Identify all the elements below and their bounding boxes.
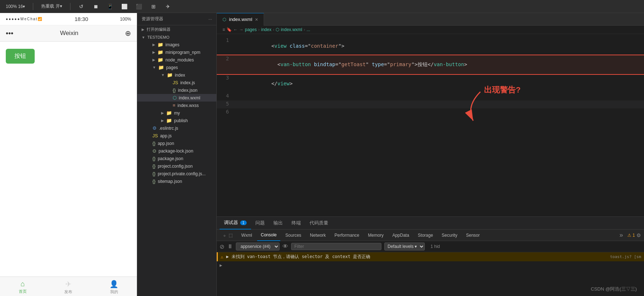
file-name-project-private: project.private.config.js... <box>158 171 206 176</box>
phone-demo-button[interactable]: 按钮 <box>6 49 35 64</box>
console-filter-input[interactable] <box>291 243 381 250</box>
grid-button[interactable]: ⊞ <box>148 3 159 10</box>
console-clear-button[interactable]: ⊘ <box>220 243 224 250</box>
file-item-images[interactable]: ▶ 📁 images <box>137 41 216 48</box>
devtools-tab-security[interactable]: Security <box>438 229 461 241</box>
breadcrumb-back-button[interactable]: ← <box>233 27 238 32</box>
js-icon: JS <box>173 80 178 85</box>
breadcrumb-forward-button[interactable]: → <box>239 27 243 32</box>
devtools-tab-storage[interactable]: Storage <box>414 229 437 241</box>
console-arrow-row: ▶ <box>217 261 644 269</box>
upload-button[interactable]: ✈ <box>163 3 173 10</box>
console-eye-button[interactable]: 👁 <box>282 243 288 250</box>
devtools-appdata-label: AppData <box>392 233 409 238</box>
devtools-more-button[interactable]: » <box>619 231 623 239</box>
code-editor[interactable]: 1 <view class="container"> 2 <van-button… <box>217 34 644 216</box>
devtools-tab-appdata[interactable]: AppData <box>389 229 413 241</box>
phone-search-icon[interactable]: ⊕ <box>125 29 131 38</box>
file-item-miniprogram-npm[interactable]: ▶ 📁 miniprogram_npm <box>137 48 216 56</box>
tab-index-wxml[interactable]: ⬡ index.wxml × <box>217 13 264 26</box>
file-item-package-json[interactable]: {} package.json <box>137 155 216 162</box>
editor-breadcrumb: ≡ 🔖 ← → pages › index › ⬡ index.wxml › .… <box>217 26 644 34</box>
breadcrumb-file[interactable]: index.wxml <box>281 27 302 32</box>
code-line-2: 2 <van-button bindtap="getToast" type="p… <box>217 55 644 74</box>
reload-button[interactable]: ↺ <box>76 3 86 10</box>
layout-button-1[interactable]: ⬜ <box>120 3 130 10</box>
tab-problems[interactable]: 问题 <box>251 217 269 229</box>
file-name-project-config: project.config.json <box>158 164 193 169</box>
line-content-1: <view class="container"> <box>235 37 644 55</box>
tab-terminal[interactable]: 终端 <box>287 217 305 229</box>
console-level-select[interactable]: Default levels ▾ <box>384 243 425 250</box>
devtools-tab-sources[interactable]: Sources <box>282 229 305 241</box>
phone-nav-home[interactable]: ⌂ 首页 <box>0 280 46 295</box>
phone-nav-publish[interactable]: ✈ 发布 <box>46 280 91 295</box>
eslint-icon: ⚙ <box>152 125 157 131</box>
device-button[interactable]: 📱 <box>105 3 115 10</box>
home-icon: ⌂ <box>21 280 25 288</box>
zoom-control[interactable]: 100% 16▾ <box>4 3 27 10</box>
tab-debugger[interactable]: 调试器 1 <box>220 217 251 229</box>
warning-message-text: ▶ 未找到 van-toast 节点，请确认 selector 及 contex… <box>226 254 607 260</box>
json-icon-pkg: {} <box>152 156 156 161</box>
grid-icon: ⊞ <box>151 4 156 9</box>
phone-navigation: ⌂ 首页 ✈ 发布 👤 我的 <box>0 276 137 296</box>
breadcrumb-sep-1: › <box>258 27 260 32</box>
project-section[interactable]: ▼ TESTDEMO <box>137 34 216 41</box>
open-editors-section[interactable]: ▶ 打开的编辑器 <box>137 25 216 34</box>
file-item-project-private[interactable]: {} project.private.config.js... <box>137 170 216 177</box>
phone-back-icon[interactable]: ••• <box>6 29 13 38</box>
file-item-publish[interactable]: ▶ 📁 publish <box>137 117 216 124</box>
upload-icon: ✈ <box>165 4 171 9</box>
breadcrumb-more[interactable]: ... <box>307 27 310 32</box>
json-icon-sitemap: {} <box>152 179 156 184</box>
folder-icon: 📁 <box>157 42 163 47</box>
line-number-1: 1 <box>217 37 235 43</box>
file-item-index-json[interactable]: {} index.json <box>137 86 216 94</box>
stop-button[interactable]: ⏹ <box>91 3 101 10</box>
js-icon-app: JS <box>152 133 158 138</box>
devtools-tab-network[interactable]: Network <box>306 229 329 241</box>
hot-reload-control[interactable]: 热重载 开▾ <box>39 3 64 10</box>
file-item-my[interactable]: ▶ 📁 my <box>137 109 216 117</box>
devtools-tab-sensor[interactable]: Sensor <box>462 229 483 241</box>
code-line-1: 1 <view class="container"> <box>217 37 644 55</box>
file-item-index-js[interactable]: JS index.js <box>137 79 216 86</box>
pages-chevron: ▼ <box>152 65 156 69</box>
file-item-sitemap[interactable]: {} sitemap.json <box>137 177 216 185</box>
tab-code-quality[interactable]: 代码质量 <box>305 217 333 229</box>
devtools-tab-wxml[interactable]: Wxml <box>238 229 256 241</box>
file-panel-more-button[interactable]: ··· <box>208 17 212 22</box>
file-item-pages[interactable]: ▼ 📁 pages <box>137 64 216 71</box>
devtools-icon-1: ⬦ <box>223 233 226 238</box>
devtools-tab-memory[interactable]: Memory <box>364 229 387 241</box>
file-item-eslint[interactable]: ⚙ .eslintrc.js <box>137 124 216 132</box>
file-item-node-modules[interactable]: ▶ 📁 node_modules <box>137 56 216 64</box>
file-item-index-wxss[interactable]: ≡ index.wxss <box>137 102 216 109</box>
json-icon-app: {} <box>152 141 156 146</box>
warning-source-link[interactable]: toast.js? [sm <box>610 254 641 259</box>
phone-status-bar: ●●●●●WeChat📶 18:30 100% <box>0 13 137 25</box>
file-item-index-folder[interactable]: ▼ 📁 index <box>137 71 216 79</box>
phone-nav-profile[interactable]: 👤 我的 <box>91 280 137 295</box>
devtools-settings-button[interactable]: ⚙ <box>636 232 641 238</box>
console-pause-button[interactable]: ⏸ <box>227 243 233 250</box>
breadcrumb-pages[interactable]: pages <box>245 27 257 32</box>
file-item-package-lock[interactable]: ⊙ package-lock.json <box>137 147 216 155</box>
file-item-app-json[interactable]: {} app.json <box>137 140 216 147</box>
file-item-index-wxml[interactable]: ⬡ index.wxml <box>137 94 216 102</box>
tab-output[interactable]: 输出 <box>269 217 287 229</box>
tab-close-button[interactable]: × <box>255 17 258 22</box>
devtools-tab-performance[interactable]: Performance <box>331 229 363 241</box>
breadcrumb-index[interactable]: index <box>261 27 272 32</box>
breadcrumb-sep-3: › <box>304 27 305 32</box>
console-service-select[interactable]: appservice (#4) <box>236 243 280 250</box>
file-item-app-js[interactable]: JS app.js <box>137 132 216 140</box>
file-item-project-config[interactable]: {} project.config.json <box>137 162 216 170</box>
file-explorer-panel: 资源管理器 ··· ▶ 打开的编辑器 ▼ TESTDEMO ▶ 📁 images <box>137 13 217 296</box>
index-folder-chevron: ▼ <box>161 73 165 77</box>
devtools-tab-console[interactable]: Console <box>257 229 280 241</box>
console-expand-arrow[interactable]: ▶ <box>220 263 222 268</box>
file-name-sitemap: sitemap.json <box>158 179 182 184</box>
layout-button-2[interactable]: ⬛ <box>134 3 144 10</box>
